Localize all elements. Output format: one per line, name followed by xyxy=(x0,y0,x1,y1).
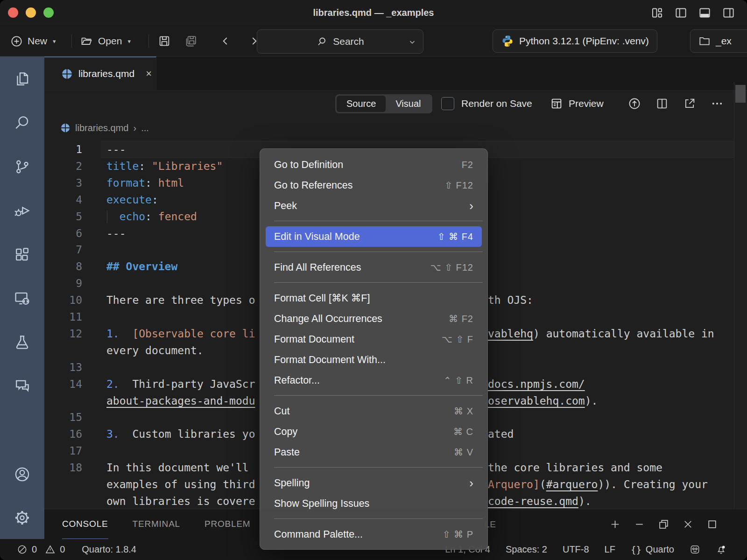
panel-close-icon[interactable] xyxy=(682,518,694,530)
customize-layout-icon[interactable] xyxy=(651,7,663,19)
toggle-secondary-sidebar-icon[interactable] xyxy=(722,7,735,19)
menu-item-copy[interactable]: Copy⌘ C xyxy=(266,421,482,442)
quarto-version[interactable]: Quarto: 1.8.4 xyxy=(82,544,136,555)
menu-item-label: Find All References xyxy=(274,262,361,273)
search-placeholder: Search xyxy=(333,36,364,47)
status-item[interactable]: Spaces: 2 xyxy=(506,544,547,555)
navigate-back-button[interactable] xyxy=(219,26,232,56)
save-button[interactable] xyxy=(158,26,171,56)
context-menu: Go to DefinitionF2Go to References⇧ F12P… xyxy=(260,148,488,550)
open-button[interactable]: Open ▾ xyxy=(80,26,131,56)
menu-item-label: Go to References xyxy=(274,180,353,191)
menu-item-label: Format Document xyxy=(274,334,354,345)
status-item[interactable]: UTF-8 xyxy=(563,544,589,555)
toolbar-divider xyxy=(148,35,149,48)
run-debug-icon[interactable] xyxy=(11,199,34,222)
search-icon xyxy=(316,36,327,47)
language-mode[interactable]: {} Quarto xyxy=(631,544,674,555)
menu-item-label: Paste xyxy=(274,447,300,458)
menu-item-label: Go to Definition xyxy=(274,159,343,171)
save-icon xyxy=(158,35,171,48)
panel-tab-console[interactable]: CONSOLE xyxy=(62,509,108,539)
sessions-icon[interactable] xyxy=(11,287,34,309)
source-mode-button[interactable]: Source xyxy=(337,96,386,112)
menu-item-format-document[interactable]: Format Document⌥ ⇧ F xyxy=(266,329,482,350)
panel-tab-terminal[interactable]: TERMINAL xyxy=(133,509,180,539)
breadcrumb[interactable]: libraries.qmd › ... xyxy=(44,117,747,139)
chevron-down-icon: ▾ xyxy=(127,38,131,45)
breadcrumb-file[interactable]: libraries.qmd xyxy=(75,123,128,133)
tab-strip: libraries.qmd × xyxy=(44,56,747,91)
testing-icon[interactable] xyxy=(11,331,34,353)
window-title: libraries.qmd — _examples xyxy=(0,0,747,26)
menu-item-edit-in-visual-mode[interactable]: Edit in Visual Mode⇧ ⌘ F4 xyxy=(266,226,482,247)
menu-separator xyxy=(274,467,483,468)
toolbar: New ▾ Open ▾ Search Python 3.12.1 xyxy=(0,26,747,56)
status-item[interactable]: LF xyxy=(605,544,615,555)
menu-item-command-palette[interactable]: Command Palette...⇧ ⌘ P xyxy=(266,524,482,545)
menu-item-go-to-references[interactable]: Go to References⇧ F12 xyxy=(266,175,482,196)
menu-item-shortcut: ⌥ ⇧ F xyxy=(442,334,473,345)
search-icon[interactable] xyxy=(11,112,34,134)
panel-plus-icon[interactable] xyxy=(609,518,621,530)
feedback-icon[interactable] xyxy=(690,544,700,555)
menu-item-change-all-occurrences[interactable]: Change All Occurrences⌘ F2 xyxy=(266,308,482,329)
panel-minimize-icon[interactable] xyxy=(634,518,645,530)
menu-item-label: Cut xyxy=(274,406,289,417)
tab-libraries-qmd[interactable]: libraries.qmd × xyxy=(44,56,156,90)
close-tab-icon[interactable]: × xyxy=(146,68,152,80)
explorer-icon[interactable] xyxy=(11,68,34,90)
render-on-save-checkbox[interactable] xyxy=(441,97,454,110)
search-input[interactable]: Search xyxy=(257,29,423,54)
menu-separator xyxy=(274,282,483,283)
panel-maximize-icon[interactable] xyxy=(706,518,718,530)
mode-toggle: Source Visual xyxy=(335,94,432,113)
split-editor-icon[interactable] xyxy=(655,97,669,110)
source-control-icon[interactable] xyxy=(11,155,34,178)
panel-restore-icon[interactable] xyxy=(658,518,669,530)
new-button-label: New xyxy=(28,35,47,47)
problems-status[interactable]: 0 0 xyxy=(17,544,65,555)
menu-item-format-document-with[interactable]: Format Document With... xyxy=(266,350,482,370)
chevron-down-icon[interactable] xyxy=(408,38,416,46)
menu-item-spelling[interactable]: Spelling› xyxy=(266,473,482,493)
more-actions-icon[interactable] xyxy=(711,97,724,110)
tab-label: libraries.qmd xyxy=(78,68,134,79)
quarto-file-icon xyxy=(60,123,70,133)
account-icon[interactable] xyxy=(11,463,34,485)
project-button[interactable]: _ex xyxy=(690,29,747,53)
menu-item-find-all-references[interactable]: Find All References⌥ ⇧ F12 xyxy=(266,257,482,278)
menu-item-label: Format Cell [⌘K ⌘F] xyxy=(274,292,370,304)
comments-icon[interactable] xyxy=(11,375,34,397)
menu-item-label: Edit in Visual Mode xyxy=(274,231,360,243)
toggle-panel-icon[interactable] xyxy=(698,7,711,19)
panel-tab-problem[interactable]: PROBLEM xyxy=(204,509,251,539)
error-icon xyxy=(17,544,28,555)
settings-gear-icon[interactable] xyxy=(11,506,34,529)
extensions-icon[interactable] xyxy=(11,243,34,266)
menu-item-paste[interactable]: Paste⌘ V xyxy=(266,442,482,462)
save-all-button[interactable] xyxy=(184,26,197,56)
menu-item-cut[interactable]: Cut⌘ X xyxy=(266,401,482,421)
menu-item-shortcut: ⌘ X xyxy=(454,406,473,417)
breadcrumb-more[interactable]: ... xyxy=(141,123,149,133)
menu-item-peek[interactable]: Peek› xyxy=(266,196,482,216)
publish-icon[interactable] xyxy=(628,97,641,110)
menu-item-go-to-definition[interactable]: Go to DefinitionF2 xyxy=(266,154,482,175)
menu-item-show-spelling-issues[interactable]: Show Spelling Issues xyxy=(266,493,482,514)
menu-item-format-cell-k-f[interactable]: Format Cell [⌘K ⌘F] xyxy=(266,288,482,308)
toggle-primary-sidebar-icon[interactable] xyxy=(675,7,687,19)
interpreter-selector[interactable]: Python 3.12.1 (PipEnv: .venv) xyxy=(493,29,657,53)
visual-mode-button[interactable]: Visual xyxy=(386,96,430,112)
open-button-label: Open xyxy=(98,35,122,47)
render-on-save-label: Render on Save xyxy=(461,98,532,109)
preview-button[interactable]: Preview xyxy=(550,90,604,117)
new-button[interactable]: New ▾ xyxy=(10,26,56,56)
chevron-down-icon: ▾ xyxy=(53,38,56,45)
preview-label: Preview xyxy=(569,98,604,109)
menu-item-refactor[interactable]: Refactor...⌃ ⇧ R xyxy=(266,370,482,391)
notifications-bell-icon[interactable] xyxy=(716,544,726,555)
warning-count: 0 xyxy=(60,544,65,555)
open-in-new-window-icon[interactable] xyxy=(683,97,696,110)
chevron-left-icon xyxy=(219,35,232,47)
